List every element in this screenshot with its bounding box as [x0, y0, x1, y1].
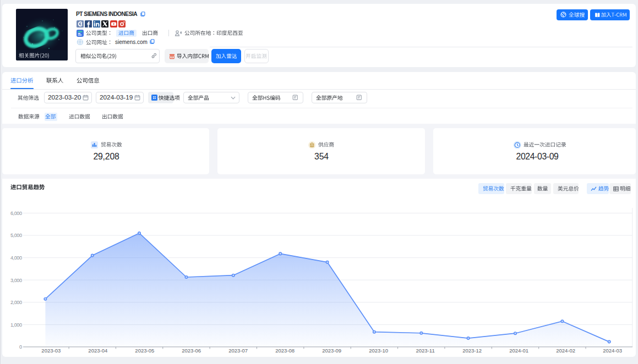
svg-text:2024-01: 2024-01	[509, 348, 528, 354]
svg-text:2,000: 2,000	[10, 300, 22, 305]
svg-text:2024-03: 2024-03	[603, 348, 622, 354]
svg-text:2023-12: 2023-12	[462, 348, 482, 354]
svg-text:2023-11: 2023-11	[416, 348, 435, 354]
svg-text:2023-07: 2023-07	[228, 348, 248, 354]
svg-text:2023-06: 2023-06	[182, 348, 201, 354]
svg-text:5,000: 5,000	[10, 233, 22, 238]
svg-text:2023-04: 2023-04	[88, 348, 107, 354]
svg-text:1,000: 1,000	[10, 322, 22, 328]
svg-text:0: 0	[19, 344, 22, 350]
svg-text:2023-05: 2023-05	[135, 348, 154, 354]
svg-text:2023-10: 2023-10	[369, 348, 388, 354]
svg-text:4,000: 4,000	[10, 255, 22, 261]
svg-text:6,000: 6,000	[10, 211, 22, 216]
svg-text:2023-09: 2023-09	[322, 348, 341, 354]
svg-text:2023-08: 2023-08	[275, 348, 295, 354]
svg-text:2023-03: 2023-03	[41, 348, 61, 354]
svg-text:2024-02: 2024-02	[556, 348, 575, 354]
svg-text:3,000: 3,000	[10, 278, 22, 283]
